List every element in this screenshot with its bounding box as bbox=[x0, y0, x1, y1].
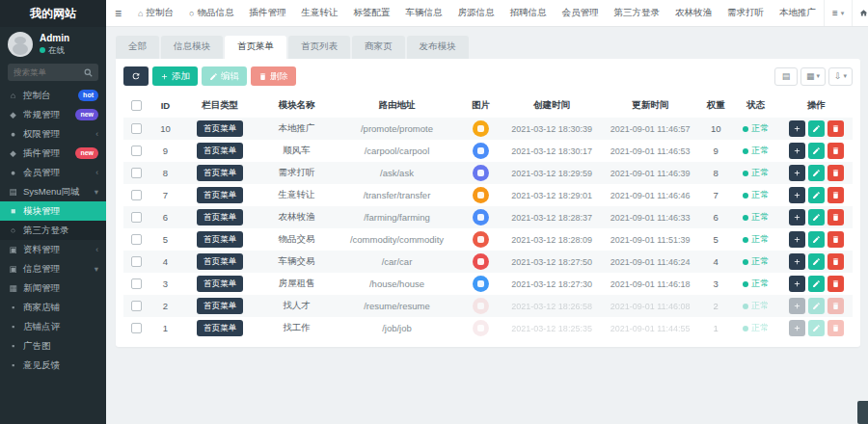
sidebar-menu-item[interactable]: ⌂ 控制台 hot bbox=[0, 86, 106, 105]
filter-tab[interactable]: 全部 bbox=[116, 36, 159, 59]
topnav-tab[interactable]: 农林牧渔 bbox=[667, 0, 719, 26]
sidebar-menu-item[interactable]: ● 权限管理 ‹ bbox=[0, 124, 106, 144]
sidebar-menu-item[interactable]: ▦ 新闻管理 bbox=[0, 278, 106, 298]
row-delete-button[interactable] bbox=[827, 276, 844, 292]
column-header[interactable]: 创建时间 bbox=[502, 93, 601, 118]
actions-cell bbox=[779, 251, 853, 273]
add-child-button[interactable] bbox=[789, 120, 805, 137]
refresh-button[interactable] bbox=[123, 66, 149, 86]
home-link[interactable]: 主页 bbox=[853, 0, 868, 26]
detail-view-button[interactable]: ▤ bbox=[774, 67, 798, 86]
columns-button[interactable]: ▦▾ bbox=[800, 67, 826, 86]
column-header[interactable]: ID bbox=[149, 93, 181, 118]
row-checkbox[interactable] bbox=[131, 146, 142, 156]
topnav-tab[interactable]: 会员管理 bbox=[554, 0, 606, 26]
add-child-button[interactable] bbox=[789, 187, 805, 203]
topnav-tab[interactable]: 需求打听 bbox=[719, 0, 772, 26]
sidebar-menu-item[interactable]: ▤ SysMenu同城 ▾ bbox=[0, 182, 106, 201]
back-to-top-button[interactable] bbox=[857, 401, 868, 424]
add-child-button[interactable] bbox=[789, 231, 805, 248]
row-checkbox[interactable] bbox=[131, 234, 142, 245]
column-header[interactable]: 操作 bbox=[779, 93, 853, 118]
add-child-button[interactable] bbox=[789, 276, 805, 292]
topnav-tab[interactable]: 招聘信息 bbox=[502, 0, 554, 26]
row-delete-button[interactable] bbox=[827, 165, 844, 181]
sidebar-menu-item[interactable]: ■ 模块管理 bbox=[0, 201, 106, 221]
add-child-button[interactable] bbox=[789, 320, 805, 336]
sidebar-menu-item[interactable]: ▪ 广告图 bbox=[0, 336, 106, 356]
delete-button[interactable]: 删除 bbox=[251, 66, 296, 86]
edit-button[interactable]: 编辑 bbox=[202, 66, 247, 86]
row-edit-button[interactable] bbox=[808, 320, 825, 336]
add-child-button[interactable] bbox=[789, 298, 805, 314]
sidebar-menu-item[interactable]: ▪ 意见反馈 bbox=[0, 356, 106, 375]
column-header[interactable]: 图片 bbox=[459, 93, 502, 118]
menu-item-icon: ▤ bbox=[8, 187, 18, 197]
row-checkbox[interactable] bbox=[131, 256, 142, 267]
row-checkbox[interactable] bbox=[131, 301, 142, 311]
column-header[interactable]: 模块名称 bbox=[258, 93, 335, 118]
select-all-checkbox[interactable] bbox=[131, 100, 142, 111]
row-edit-button[interactable] bbox=[808, 298, 825, 314]
topnav-tab[interactable]: 车辆信息 bbox=[397, 0, 449, 26]
filter-tab[interactable]: 首页菜单 bbox=[225, 36, 286, 59]
sidebar-menu-item[interactable]: ◆ 插件管理 new bbox=[0, 144, 106, 163]
row-checkbox[interactable] bbox=[131, 212, 142, 223]
filter-tab[interactable]: 信息模块 bbox=[161, 36, 223, 59]
sidebar-menu-item[interactable]: ○ 第三方登录 bbox=[0, 221, 106, 240]
row-edit-button[interactable] bbox=[808, 165, 825, 181]
sidebar-menu-item[interactable]: ▣ 资料管理 ‹ bbox=[0, 240, 106, 259]
select-all-header[interactable] bbox=[123, 93, 149, 118]
column-header[interactable]: 栏目类型 bbox=[181, 93, 258, 118]
add-child-button[interactable] bbox=[789, 143, 805, 159]
export-button[interactable]: ⇩▾ bbox=[828, 67, 853, 86]
add-button[interactable]: 添加 bbox=[152, 66, 198, 86]
row-checkbox[interactable] bbox=[131, 278, 142, 289]
add-child-button[interactable] bbox=[789, 209, 805, 225]
row-checkbox[interactable] bbox=[131, 190, 142, 200]
topnav-tab[interactable]: 第三方登录 bbox=[606, 0, 667, 26]
sidebar-menu-item[interactable]: ▪ 店铺点评 bbox=[0, 317, 106, 336]
row-delete-button[interactable] bbox=[827, 298, 844, 314]
sidebar-menu-item[interactable]: ◆ 常规管理 new bbox=[0, 105, 106, 124]
row-edit-button[interactable] bbox=[808, 276, 825, 292]
row-delete-button[interactable] bbox=[827, 143, 844, 159]
sidebar-menu-item[interactable]: ● 会员管理 ‹ bbox=[0, 163, 106, 182]
row-edit-button[interactable] bbox=[808, 209, 825, 225]
row-delete-button[interactable] bbox=[827, 209, 844, 225]
row-edit-button[interactable] bbox=[808, 120, 825, 137]
topnav-tab[interactable]: ⌂ 控制台 bbox=[130, 0, 181, 26]
sidebar-menu-item[interactable]: ▣ 信息管理 ▾ bbox=[0, 259, 106, 278]
row-delete-button[interactable] bbox=[827, 320, 844, 336]
row-checkbox[interactable] bbox=[131, 323, 142, 333]
topnav-tab[interactable]: 插件管理 bbox=[241, 0, 293, 26]
column-header[interactable]: 路由地址 bbox=[335, 93, 459, 118]
search-input[interactable] bbox=[14, 67, 84, 77]
row-delete-button[interactable] bbox=[827, 120, 844, 137]
row-delete-button[interactable] bbox=[827, 231, 844, 248]
topnav-tab[interactable]: 生意转让 bbox=[293, 0, 345, 26]
row-edit-button[interactable] bbox=[808, 143, 825, 159]
column-header[interactable]: 更新时间 bbox=[601, 93, 699, 118]
add-child-button[interactable] bbox=[789, 253, 805, 270]
filter-tab[interactable]: 发布模块 bbox=[407, 36, 469, 59]
row-edit-button[interactable] bbox=[808, 231, 825, 248]
row-delete-button[interactable] bbox=[827, 187, 844, 203]
column-header[interactable]: 状态 bbox=[732, 93, 779, 118]
add-child-button[interactable] bbox=[789, 165, 805, 181]
hamburger-menu-icon[interactable]: ≡ bbox=[106, 7, 130, 20]
row-delete-button[interactable] bbox=[827, 253, 844, 270]
topnav-tab[interactable]: 标签配置 bbox=[345, 0, 397, 26]
row-checkbox[interactable] bbox=[131, 168, 142, 178]
tabs-dropdown-button[interactable]: ≡ ▾ bbox=[824, 0, 853, 26]
topnav-tab[interactable]: 本地推广 bbox=[772, 0, 824, 26]
filter-tab[interactable]: 商家页 bbox=[352, 36, 405, 59]
row-edit-button[interactable] bbox=[808, 253, 825, 270]
filter-tab[interactable]: 首页列表 bbox=[288, 36, 350, 59]
topnav-tab[interactable]: ○ 物品信息 bbox=[181, 0, 241, 26]
topnav-tab[interactable]: 房源信息 bbox=[449, 0, 502, 26]
row-checkbox[interactable] bbox=[131, 123, 142, 134]
sidebar-menu-item[interactable]: ▪ 商家店铺 bbox=[0, 298, 106, 317]
row-edit-button[interactable] bbox=[808, 187, 825, 203]
column-header[interactable]: 权重 bbox=[699, 93, 732, 118]
